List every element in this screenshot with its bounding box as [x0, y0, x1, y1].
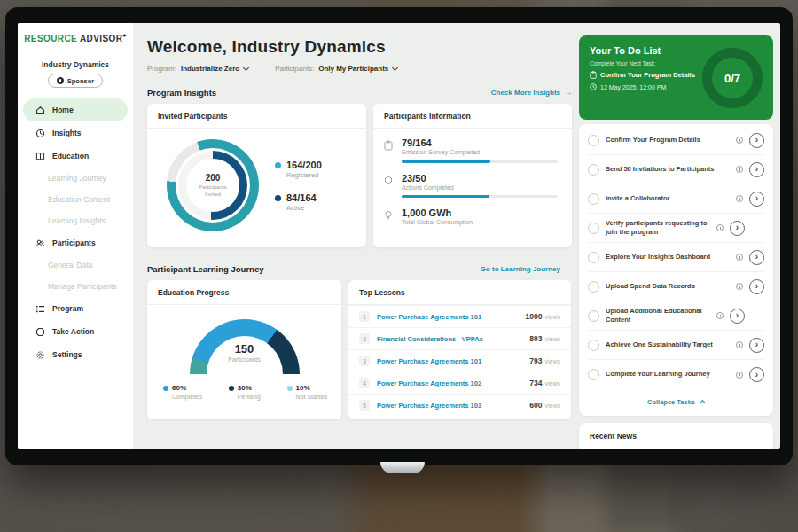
task-open-button[interactable]: › [730, 309, 745, 324]
clock-icon [736, 195, 743, 202]
lesson-row[interactable]: 1 Power Purchase Agreements 101 1000 vie… [348, 305, 571, 327]
clipboard-icon [384, 137, 395, 163]
recent-news-card: Recent News [579, 423, 773, 449]
lesson-link[interactable]: Power Purchase Agreements 101 [377, 313, 526, 321]
task-checkbox[interactable] [588, 135, 599, 146]
task-checkbox[interactable] [588, 252, 599, 263]
emission-survey-stat: 79/164 Emission Survey Completed [384, 137, 561, 163]
sidebar-item-general-data[interactable]: General Data [23, 254, 128, 276]
lesson-row[interactable]: 2 Financial Considerations - VPPAs 803 v… [348, 327, 571, 349]
sidebar-item-participants[interactable]: Participants [23, 231, 128, 254]
check-more-insights-link[interactable]: Check More Insights → [491, 89, 572, 97]
clock-icon [736, 372, 743, 379]
list-icon [35, 304, 45, 314]
task-checkbox[interactable] [588, 369, 599, 380]
task-row[interactable]: Send 50 Invitations to Participants › [588, 155, 764, 184]
task-open-button[interactable]: › [749, 162, 764, 177]
task-row[interactable]: Upload Additional Educational Content › [588, 301, 764, 331]
top-lessons-title: Top Lessons [348, 280, 571, 305]
program-dropdown[interactable]: Program: Industrialize Zero [147, 65, 248, 73]
task-checkbox[interactable] [588, 193, 599, 205]
task-checkbox[interactable] [588, 310, 599, 322]
chevron-down-icon [392, 64, 398, 70]
collapse-tasks-link[interactable]: Collapse Tasks [588, 389, 764, 414]
education-progress-title: Education Progress [147, 280, 341, 305]
dashboard-screen: RESOURCE ADVISOR+ Industry Dynamics Spon… [18, 23, 780, 449]
education-legend: 60% Completed 30% Pending 10% Not Starte… [147, 374, 341, 400]
task-checkbox[interactable] [588, 223, 599, 234]
sidebar-item-learning-journey[interactable]: Learning Journey [23, 168, 128, 189]
participants-icon [35, 239, 45, 248]
organization-name: Industry Dynamics [18, 60, 133, 69]
task-checkbox[interactable] [588, 340, 599, 351]
sponsor-badge[interactable]: Sponsor [48, 74, 103, 88]
lesson-link[interactable]: Power Purchase Agreements 103 [377, 402, 529, 410]
task-open-button[interactable]: › [749, 338, 764, 353]
clock-icon [736, 166, 743, 173]
go-to-learning-journey-link[interactable]: Go to Learning Journey → [481, 265, 572, 273]
legend-not-started: 10% Not Started [287, 384, 327, 400]
sidebar-item-education[interactable]: Education [23, 145, 128, 168]
recent-news-title: Recent News [590, 432, 637, 441]
chevron-down-icon [243, 64, 249, 70]
legend-pending: 30% Pending [229, 384, 261, 400]
lesson-link[interactable]: Financial Considerations - VPPAs [377, 335, 529, 343]
actions-completed-stat: 23/50 Actions Completed [384, 173, 561, 199]
sidebar-item-insights[interactable]: Insights [23, 121, 128, 145]
lesson-rank: 3 [359, 356, 370, 366]
insights-icon [35, 129, 45, 138]
task-row[interactable]: Explore Your Insights Dashboard › [588, 243, 764, 272]
sidebar-item-take-action[interactable]: Take Action [23, 320, 128, 343]
task-open-button[interactable]: › [749, 367, 764, 382]
clock-icon [736, 254, 743, 261]
sidebar-item-home[interactable]: Home [23, 98, 128, 121]
clock-icon [590, 83, 597, 90]
legend-registered: 164/200 Registered [275, 160, 322, 179]
main-area: Welcome, Industry Dynamics Program: Indu… [133, 23, 780, 449]
learning-journey-heading: Participant Learning Journey [147, 264, 263, 274]
task-row[interactable]: Achieve One Sustainability Target › [588, 331, 764, 360]
task-row[interactable]: Complete Your Learning Journey › [588, 360, 764, 389]
lesson-rank: 1 [359, 311, 370, 322]
sidebar-nav: Home Insights Education Learning Journey… [18, 98, 133, 366]
sidebar-item-program[interactable]: Program [23, 297, 128, 320]
participants-dropdown[interactable]: Participants: Only My Participants [275, 65, 397, 73]
lesson-rank: 2 [359, 333, 370, 344]
lesson-row[interactable]: 3 Power Purchase Agreements 101 793 view… [348, 349, 571, 372]
task-open-button[interactable]: › [749, 279, 764, 294]
task-checkbox[interactable] [588, 164, 599, 176]
monitor-stand [380, 462, 425, 473]
clock-icon [716, 312, 724, 319]
clock-icon [736, 341, 743, 348]
invited-participants-card: Invited Participants 200 Participants In… [147, 104, 366, 247]
sidebar-item-settings[interactable]: Settings [23, 343, 128, 366]
task-checkbox[interactable] [588, 281, 599, 293]
lesson-row[interactable]: 5 Power Purchase Agreements 103 600 view… [348, 394, 571, 416]
todo-tasks-card: Confirm Your Program Details › Send 50 I… [579, 124, 773, 416]
page-title: Welcome, Industry Dynamics [147, 37, 572, 57]
gear-icon [35, 350, 45, 360]
task-row[interactable]: Confirm Your Program Details › [588, 126, 764, 155]
lesson-link[interactable]: Power Purchase Agreements 102 [377, 379, 529, 387]
todo-progress-ring: 0/7 [702, 48, 763, 108]
sidebar-item-education-content[interactable]: Education Content [23, 189, 128, 210]
sidebar: RESOURCE ADVISOR+ Industry Dynamics Spon… [18, 23, 133, 449]
task-open-button[interactable]: › [749, 192, 764, 207]
sponsor-icon [57, 77, 64, 84]
clock-icon [716, 224, 724, 231]
lesson-row[interactable]: 4 Power Purchase Agreements 102 734 view… [348, 372, 571, 394]
home-icon [35, 106, 45, 115]
task-row[interactable]: Verify participants requesting to join t… [588, 214, 764, 243]
actions-progress-bar [402, 195, 558, 199]
task-open-button[interactable]: › [730, 221, 745, 236]
task-open-button[interactable]: › [749, 250, 764, 265]
task-row[interactable]: Upload Spend Data Records › [588, 272, 764, 301]
sidebar-item-learning-insights[interactable]: Learning Insights [23, 210, 128, 231]
invited-legend: 164/200 Registered 84/164 Active [275, 160, 322, 212]
lesson-link[interactable]: Power Purchase Agreements 101 [377, 357, 529, 365]
book-icon [35, 152, 45, 161]
task-open-button[interactable]: › [749, 133, 764, 148]
task-row[interactable]: Invite a Collaborator › [588, 184, 764, 214]
sidebar-item-manage-participants[interactable]: Manage Participants [23, 276, 128, 297]
invited-donut-chart: 200 Participants Invited [167, 139, 259, 231]
